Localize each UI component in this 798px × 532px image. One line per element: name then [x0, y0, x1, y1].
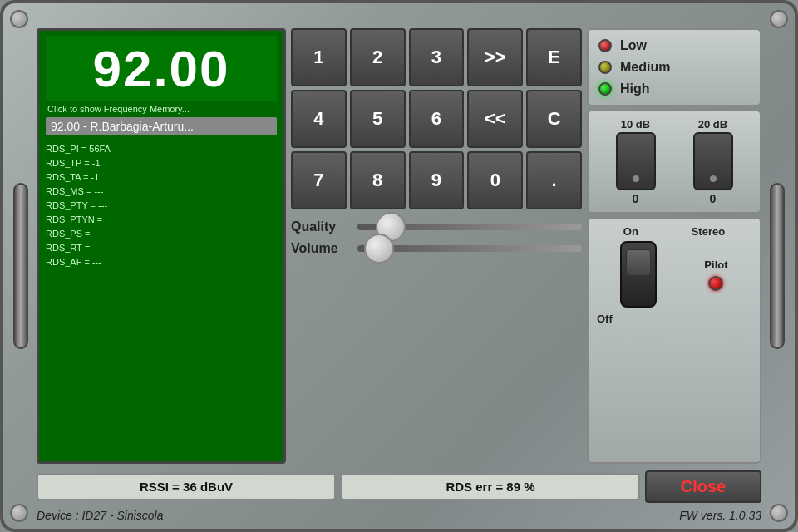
medium-signal-row: Medium — [598, 60, 750, 75]
keypad: 123>>E456<<C7890. — [291, 28, 582, 209]
rssi-box: RSSI = 36 dBuV — [37, 473, 336, 500]
pilot-area: Pilot — [704, 259, 727, 291]
db20-value: 0 — [710, 192, 717, 205]
db20-title: 20 dB — [698, 118, 727, 131]
rds-ms: RDS_MS = --- — [46, 185, 277, 199]
key-2-button[interactable]: 2 — [350, 28, 406, 86]
footer: Device : ID27 - Siniscola FW vers. 1.0.3… — [37, 509, 761, 522]
handle-right — [770, 183, 785, 349]
key-9-button[interactable]: 9 — [409, 151, 465, 209]
bottom-bar: RSSI = 36 dBuV RDS err = 89 % Close — [37, 469, 761, 504]
key-E-button[interactable]: E — [526, 28, 582, 86]
rds-ps: RDS_PS = — [46, 227, 277, 241]
db10-column: 10 dB 0 — [616, 118, 656, 205]
low-led — [598, 39, 612, 52]
pilot-label: Pilot — [704, 259, 727, 271]
high-led — [598, 82, 612, 96]
volume-thumb[interactable] — [364, 234, 394, 264]
screw-tl — [10, 10, 28, 28]
volume-track[interactable] — [357, 245, 582, 252]
rds-pi: RDS_PI = 56FA — [46, 142, 277, 156]
quality-label: Quality — [291, 219, 349, 234]
db20-column: 20 dB 0 — [693, 118, 733, 205]
rds-tp: RDS_TP = -1 — [46, 156, 277, 170]
on-off-body: Pilot — [597, 241, 751, 308]
screw-tr — [770, 10, 788, 28]
key-5-button[interactable]: 5 — [350, 90, 406, 148]
stereo-label: Stereo — [692, 225, 725, 238]
key-7-button[interactable]: 7 — [291, 151, 347, 209]
medium-label: Medium — [620, 60, 670, 75]
key-lt<-button[interactable]: << — [467, 90, 523, 148]
on-off-toggle[interactable] — [620, 241, 657, 308]
db10-title: 10 dB — [621, 118, 650, 131]
screw-bl — [10, 504, 28, 522]
rds-err-box: RDS err = 89 % — [341, 473, 640, 500]
quality-slider-row: Quality — [291, 219, 582, 234]
rds-ta: RDS_TA = -1 — [46, 170, 277, 185]
middle-panel: 123>>E456<<C7890. Quality Volume — [291, 28, 582, 464]
medium-led — [598, 61, 612, 74]
handle-left — [13, 183, 28, 349]
low-signal-row: Low — [598, 38, 750, 53]
key-1-button[interactable]: 1 — [291, 28, 347, 86]
close-button[interactable]: Close — [645, 470, 761, 503]
on-label: On — [623, 225, 638, 238]
pilot-led — [708, 276, 723, 291]
right-panel: Low Medium High 10 dB — [587, 28, 761, 464]
off-label: Off — [597, 313, 613, 325]
low-label: Low — [620, 38, 647, 53]
db10-value: 0 — [633, 192, 639, 205]
frequency-display: 92.00 — [46, 36, 277, 101]
main-panel: 92.00 Click to show Frequency Memory... … — [0, 0, 798, 532]
screw-br — [770, 504, 788, 522]
device-label: Device : ID27 - Siniscola — [37, 509, 164, 522]
on-off-panel: On Stereo Pilot Off — [587, 217, 761, 464]
rds-pty: RDS_PTY = --- — [46, 199, 277, 213]
key-6-button[interactable]: 6 — [409, 90, 465, 148]
click-to-show-link[interactable]: Click to show Frequency Memory... — [47, 104, 277, 114]
key-4-button[interactable]: 4 — [291, 90, 347, 148]
rds-rt: RDS_RT = — [46, 241, 277, 255]
key-.-button[interactable]: . — [526, 151, 582, 209]
station-name: 92.00 - R.Barbagia-Arturu... — [46, 117, 277, 135]
key-3-button[interactable]: 3 — [409, 28, 465, 86]
quality-track[interactable] — [357, 224, 582, 230]
db10-knob[interactable] — [616, 132, 656, 190]
fw-version: FW vers. 1.0.33 — [679, 509, 761, 522]
high-signal-row: High — [598, 81, 750, 96]
rds-ptyn: RDS_PTYN = — [46, 213, 277, 227]
db20-knob[interactable] — [693, 132, 733, 190]
db-row: 10 dB 0 20 dB 0 — [597, 118, 751, 205]
rds-af: RDS_AF = --- — [46, 255, 277, 269]
top-section: 92.00 Click to show Frequency Memory... … — [37, 28, 761, 464]
on-off-header: On Stereo — [597, 225, 751, 238]
volume-label: Volume — [291, 241, 349, 256]
signal-panel: Low Medium High — [587, 28, 761, 106]
rds-info: RDS_PI = 56FA RDS_TP = -1 RDS_TA = -1 RD… — [46, 142, 277, 269]
content-area: 92.00 Click to show Frequency Memory... … — [37, 28, 761, 504]
key-8-button[interactable]: 8 — [350, 151, 406, 209]
high-label: High — [620, 81, 650, 96]
key-C-button[interactable]: C — [526, 90, 582, 148]
volume-slider-row: Volume — [291, 241, 582, 256]
key-0-button[interactable]: 0 — [467, 151, 523, 209]
left-panel: 92.00 Click to show Frequency Memory... … — [37, 28, 286, 464]
sliders-section: Quality Volume — [291, 219, 582, 256]
key-gt>-button[interactable]: >> — [467, 28, 523, 86]
db-panel: 10 dB 0 20 dB 0 — [587, 110, 761, 214]
